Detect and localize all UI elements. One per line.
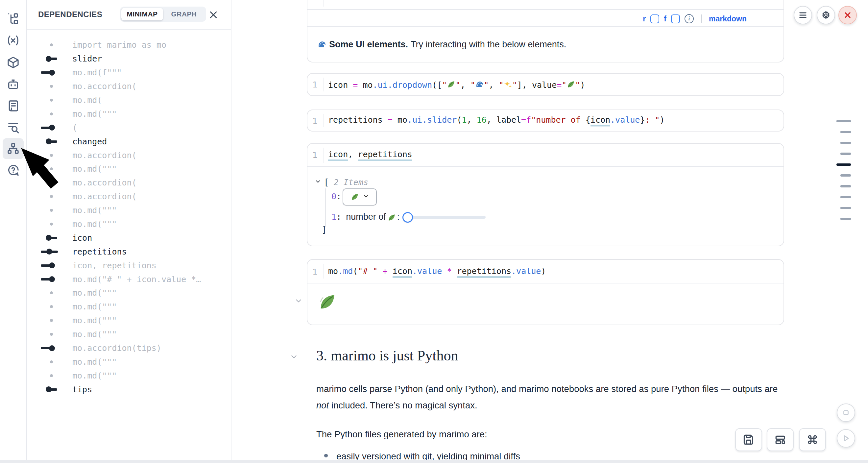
dependency-item[interactable]: mo.md(""" [27,369,231,382]
minimap-cell-dash[interactable] [840,131,851,133]
dependency-item[interactable]: mo.md(f""" [27,66,231,80]
chevron-down-icon[interactable] [290,352,298,362]
close-icon [843,10,852,20]
dependency-item[interactable]: slider [27,52,231,66]
minimap-cell-dash[interactable] [840,196,851,198]
code-token: icon [328,150,348,161]
dependency-item[interactable]: mo.accordion( [27,148,231,162]
code-token: ( [457,115,462,124]
icon-dropdown-select[interactable] [343,188,377,206]
tree-item-1: 1: number of : [332,212,400,222]
dependency-item[interactable]: tips [27,382,231,396]
dot-marker-icon [27,314,70,328]
close-panel-button[interactable] [209,10,218,20]
dependency-item-label: mo.accordion( [72,82,137,91]
packages-icon[interactable] [3,52,24,73]
dependency-item[interactable]: mo.accordion(tips) [27,341,231,355]
bullet-dot [324,454,328,457]
dependency-item[interactable]: mo.accordion( [27,80,231,93]
notebook-menu-button[interactable] [794,6,812,24]
chevron-down-icon[interactable] [315,178,321,186]
dependency-item[interactable]: mo.md(""" [27,328,231,341]
save-button[interactable] [735,428,762,451]
code-token: = [521,115,526,124]
minimap-cell-dash[interactable] [836,163,851,166]
minimap-cell-dash[interactable] [840,185,851,187]
r-checkbox[interactable] [650,14,659,23]
dependency-item-label: mo.md(""" [72,219,117,229]
dependency-item[interactable]: mo.md(""" [27,217,231,231]
minimap-cell-dash[interactable] [840,153,851,155]
dependency-item[interactable]: mo.md(""" [27,286,231,300]
code-token: .md [338,266,353,276]
keyboard-shortcuts-button[interactable] [799,428,826,451]
layout-button[interactable] [767,428,794,451]
close-bracket: ] [321,225,327,235]
slider-track[interactable] [407,216,486,219]
code-token: * [447,266,452,276]
output-bold-text: Some UI elements. [329,39,408,50]
dependency-item[interactable]: mo.md(""" [27,162,231,176]
minimap-cell-dash[interactable] [840,142,851,144]
ai-bot-icon[interactable] [3,74,24,95]
dependency-item[interactable]: mo.accordion( [27,176,231,190]
dependency-item[interactable]: icon, repetitions [27,258,231,272]
dependency-item[interactable]: import marimo as mo [27,38,231,52]
dependency-item[interactable]: ( [27,121,231,134]
r-toggle-label: r [643,14,646,23]
dependency-item[interactable]: mo.md( [27,93,231,107]
help-icon[interactable] [3,160,24,181]
chevron-down-icon[interactable] [294,297,303,306]
file-tree-icon[interactable] [3,8,24,29]
dot-marker-icon [27,355,70,369]
run-button[interactable] [837,429,855,447]
dependency-item[interactable]: mo.accordion( [27,190,231,204]
slider-thumb[interactable] [402,212,413,223]
tab-minimap[interactable]: MINIMAP [121,8,163,21]
code-token: = [388,115,393,124]
dependency-item[interactable]: mo.md(""" [27,300,231,314]
code-editor[interactable]: icon, repetitions [328,150,412,161]
minimap-cell-dash[interactable] [840,174,851,177]
code-token: ([ [432,80,442,90]
dependency-item[interactable]: mo.md(""" [27,314,231,328]
code-editor[interactable]: icon = mo.ui.dropdown(["", "", ""], valu… [328,79,585,90]
dependencies-panel: DEPENDENCIES MINIMAP GRAPH import marimo… [27,0,231,460]
language-link[interactable]: markdown [709,14,747,23]
in-marker-icon [27,121,70,134]
tab-graph[interactable]: GRAPH [163,8,205,21]
dependency-item[interactable]: icon [27,231,231,245]
dependency-item-label: changed [72,137,107,146]
logs-icon[interactable] [3,95,24,116]
markdown-output-intro: Some UI elements. Try interacting with t… [318,26,566,62]
minimap-cell-dash[interactable] [840,218,851,220]
dependency-item-label: repetitions [72,247,127,256]
code-editor[interactable]: mo.md("# " + icon.value * repetitions.va… [328,266,546,278]
info-icon[interactable]: i [685,14,694,23]
shutdown-button[interactable] [838,6,857,24]
code-token: mo [328,266,338,276]
code-token: icon [328,80,353,90]
dependency-item[interactable]: changed [27,134,231,148]
stop-button[interactable] [837,403,855,422]
dependency-item[interactable]: repetitions [27,245,231,258]
code-token: .ui.slider [407,115,457,124]
wave-icon [318,39,327,50]
dependency-item[interactable]: mo.md(""" [27,107,231,121]
settings-button[interactable] [817,6,835,24]
dependency-item[interactable]: mo.md("# " + icon.value *… [27,272,231,286]
line-number: 1 [312,267,317,277]
dependency-item[interactable]: mo.md(""" [27,355,231,369]
code-editor[interactable]: repetitions = mo.ui.slider(1, 16, label=… [328,115,665,126]
code-token: value [532,80,557,90]
variables-icon[interactable] [3,30,24,51]
minimap-cell-dash[interactable] [840,207,851,209]
f-checkbox[interactable] [671,14,680,23]
search-list-icon[interactable] [3,117,24,138]
minimap-cell-dash[interactable] [836,120,851,122]
bottom-scrollbar[interactable] [0,460,868,463]
item-index: 0 [332,192,336,201]
dependency-item-label: mo.md(""" [72,316,117,325]
dependency-graph-icon[interactable] [3,138,24,159]
dependency-item[interactable]: mo.md(""" [27,204,231,217]
